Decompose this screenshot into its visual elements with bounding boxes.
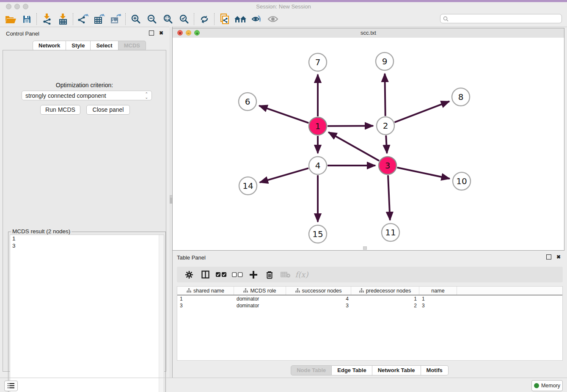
- export-network-icon[interactable]: [75, 12, 91, 26]
- zoom-selected-icon[interactable]: [176, 12, 192, 26]
- deselect-checkbox-icon[interactable]: [229, 268, 245, 281]
- memory-button[interactable]: Memory: [531, 380, 563, 391]
- table-cell[interactable]: 3: [177, 302, 234, 309]
- window-title: Session: New Session: [0, 3, 567, 10]
- graph-edge-1-6[interactable]: [259, 106, 308, 123]
- network-window-titlebar[interactable]: ✕ − ＋ scc.txt: [173, 28, 564, 38]
- import-network-icon[interactable]: [39, 12, 55, 26]
- export-image-icon[interactable]: [107, 12, 124, 26]
- delete-icon[interactable]: [261, 268, 278, 281]
- table-cell[interactable]: 3: [419, 302, 457, 309]
- graph-edge-2-8[interactable]: [394, 101, 449, 122]
- import-table-icon[interactable]: [55, 12, 71, 26]
- tab-style[interactable]: Style: [66, 41, 91, 51]
- column-header-shared-name[interactable]: shared name: [177, 287, 234, 295]
- control-panel-title: Control Panel: [6, 30, 39, 37]
- tab-node-table[interactable]: Node Table: [291, 365, 332, 375]
- split-columns-icon[interactable]: [197, 268, 213, 281]
- run-mcds-button[interactable]: Run MCDS: [40, 105, 80, 115]
- table-cell[interactable]: 2: [351, 302, 419, 309]
- column-header-successor-nodes[interactable]: successor nodes: [286, 287, 351, 295]
- save-icon[interactable]: [19, 12, 35, 26]
- column-header-empty: [457, 287, 562, 295]
- column-header-predecessor-nodes[interactable]: predecessor nodes: [351, 287, 419, 295]
- graph-node-label: 3: [385, 160, 391, 171]
- tab-edge-table[interactable]: Edge Table: [332, 365, 372, 375]
- zoom-fit-icon[interactable]: [160, 12, 176, 26]
- table-row[interactable]: 3dominator323: [177, 302, 562, 309]
- zoom-out-icon[interactable]: [144, 12, 160, 26]
- table-toolbar: f(x): [177, 267, 563, 282]
- float-panel-icon[interactable]: [149, 30, 155, 36]
- control-panel: Control Panel ✖ NetworkStyleSelectMCDS O…: [0, 27, 169, 378]
- graph-edge-3-1[interactable]: [328, 132, 379, 160]
- table-cell[interactable]: dominator: [234, 302, 286, 309]
- column-header-MCDS-role[interactable]: MCDS role: [234, 287, 286, 295]
- open-folder-icon[interactable]: [3, 12, 19, 26]
- network-graph[interactable]: 1234678910111415: [173, 38, 564, 250]
- mcds-result-legend: MCDS result (2 nodes): [11, 228, 72, 235]
- table-row[interactable]: 1dominator411: [177, 295, 562, 302]
- zoom-in-icon[interactable]: [128, 12, 144, 26]
- graph-node-label: 8: [458, 92, 464, 102]
- search-icon: [443, 16, 449, 22]
- graph-edge-4-14[interactable]: [260, 168, 308, 182]
- export-table-icon[interactable]: [91, 12, 107, 26]
- graph-node-label: 11: [385, 227, 396, 237]
- table-cell[interactable]: 3: [286, 302, 351, 309]
- eye-icon[interactable]: [265, 12, 281, 26]
- graph-edge-2-9[interactable]: [385, 74, 385, 116]
- mcds-result-group: MCDS result (2 nodes) 1 3: [8, 232, 166, 392]
- graph-node-label: 1: [315, 121, 321, 131]
- tab-motifs[interactable]: Motifs: [421, 365, 449, 375]
- graph-edge-1-2[interactable]: [328, 126, 373, 126]
- criterion-select[interactable]: strongly connected component ⌃⌄: [22, 91, 152, 100]
- task-history-button[interactable]: [4, 381, 18, 391]
- table-cell[interactable]: 1: [177, 295, 234, 302]
- graph-edge-2-3[interactable]: [386, 135, 387, 153]
- result-scrollbar[interactable]: [159, 235, 164, 392]
- network-view-window: ✕ − ＋ scc.txt 1234678910111415: [172, 28, 564, 251]
- graph-node-label: 4: [315, 160, 321, 171]
- search-box[interactable]: [440, 14, 562, 23]
- graph-node-label: 6: [245, 97, 250, 107]
- tab-mcds[interactable]: MCDS: [118, 41, 146, 51]
- tab-network-table[interactable]: Network Table: [372, 365, 421, 375]
- table-cell[interactable]: 1: [419, 295, 457, 302]
- graph-edge-3-10[interactable]: [397, 168, 450, 179]
- hierarchy-icon: [243, 288, 248, 293]
- table-cell[interactable]: 4: [286, 295, 351, 302]
- hide-panels-icon[interactable]: [249, 12, 265, 26]
- table-cell[interactable]: 1: [351, 295, 419, 302]
- close-panel-button[interactable]: Close panel: [86, 105, 130, 115]
- mcds-result-list[interactable]: 1 3: [10, 235, 164, 392]
- close-panel-icon[interactable]: ✖: [158, 30, 164, 36]
- mcds-panel: Optimization criterion: strongly connect…: [3, 50, 166, 372]
- toolbar-separator: [125, 13, 126, 25]
- search-input[interactable]: [450, 15, 561, 22]
- table-cell[interactable]: dominator: [234, 295, 286, 302]
- node-table: shared nameMCDS rolesuccessor nodesprede…: [177, 286, 563, 361]
- graph-node-label: 2: [383, 121, 388, 131]
- control-panel-tabs: NetworkStyleSelectMCDS: [33, 41, 146, 51]
- add-column-icon[interactable]: [245, 268, 261, 281]
- application-window: Session: New Session: [0, 0, 567, 392]
- table-header-row: shared nameMCDS rolesuccessor nodesprede…: [177, 287, 562, 295]
- refresh-icon[interactable]: [196, 12, 212, 26]
- select-all-checkbox-icon[interactable]: [213, 268, 229, 281]
- graph-edge-3-11[interactable]: [388, 175, 390, 220]
- clone-network-icon[interactable]: [217, 12, 233, 26]
- network-canvas[interactable]: 1234678910111415: [173, 38, 564, 250]
- tab-network[interactable]: Network: [33, 41, 66, 51]
- canvas-grip[interactable]: [363, 246, 367, 250]
- hierarchy-icon: [187, 288, 191, 293]
- optimization-criterion-label: Optimization criterion:: [3, 82, 166, 88]
- home-overview-icon[interactable]: [233, 12, 249, 26]
- toolbar-separator: [214, 13, 215, 25]
- float-table-panel-icon[interactable]: [546, 254, 552, 260]
- close-table-panel-icon[interactable]: ✖: [556, 254, 561, 260]
- column-header-name[interactable]: name: [419, 287, 457, 295]
- tab-select[interactable]: Select: [91, 41, 118, 51]
- table-panel: Table Panel ✖ f(x): [172, 251, 567, 378]
- gear-icon[interactable]: [181, 268, 197, 281]
